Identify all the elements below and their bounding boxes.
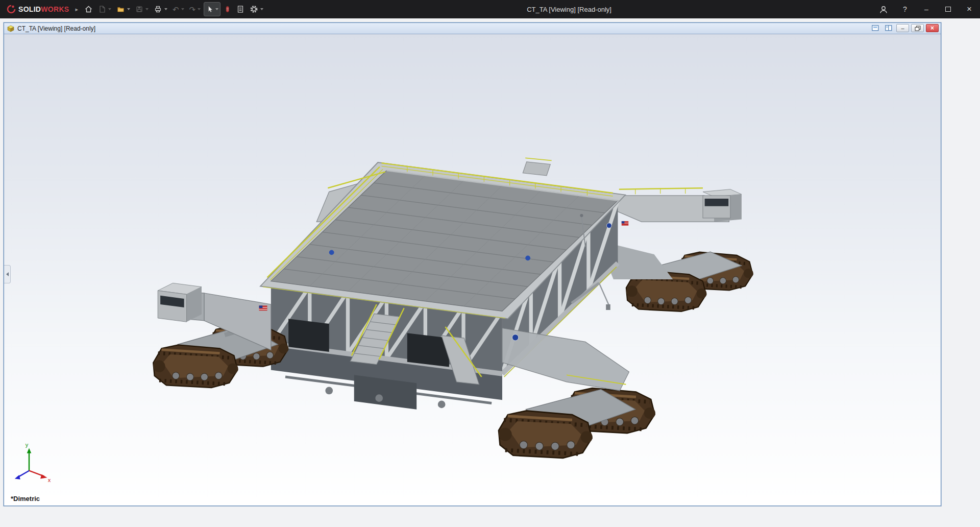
home-button[interactable] xyxy=(82,2,95,16)
mdi-client-area: CT_TA [Viewing] [Read-only] xyxy=(0,18,980,527)
close-button[interactable]: × xyxy=(959,0,980,18)
user-account-icon xyxy=(879,5,888,14)
undo-arrow-icon: ↶ xyxy=(173,6,179,13)
close-icon: × xyxy=(967,4,972,14)
app-titlebar: SOLIDWORKS ▸ xyxy=(0,0,980,18)
3ds-logo-icon xyxy=(6,5,16,14)
collapse-arrow-icon xyxy=(6,272,9,276)
red-tool-button[interactable] xyxy=(222,2,233,16)
brand-text-works: WORKS xyxy=(41,5,69,13)
dropdown-chevron[interactable] xyxy=(215,8,218,10)
menu-expand-arrow[interactable]: ▸ xyxy=(74,6,82,13)
truck-bottom-right xyxy=(499,388,655,458)
dropdown-chevron[interactable] xyxy=(127,8,130,10)
document-close-button[interactable]: × xyxy=(926,24,939,32)
blue-fixture xyxy=(329,250,334,255)
orientation-triad: x y xyxy=(15,442,51,483)
titlebar-right-controls: ? – × xyxy=(873,0,980,18)
brand-text-solid: SOLID xyxy=(18,5,41,13)
document-restore-button[interactable] xyxy=(911,24,924,32)
save-button[interactable] xyxy=(133,2,151,16)
document-minimize-button[interactable]: – xyxy=(896,24,909,32)
cascade-windows-button[interactable] xyxy=(870,24,881,32)
options-button[interactable] xyxy=(248,2,265,16)
dropdown-chevron[interactable] xyxy=(260,8,263,10)
cursor-arrow-icon xyxy=(206,5,213,13)
us-flag-left xyxy=(259,305,267,310)
minimize-icon: – xyxy=(924,5,928,13)
minimize-icon: – xyxy=(901,25,904,31)
printer-icon xyxy=(154,5,162,13)
app-title: CT_TA [Viewing] [Read-only] xyxy=(265,6,873,13)
tile-windows-icon xyxy=(885,25,892,31)
select-button[interactable] xyxy=(204,2,220,16)
document-window: CT_TA [Viewing] [Read-only] xyxy=(4,22,941,506)
panel-collapse-tab[interactable] xyxy=(4,265,11,283)
maximize-button[interactable] xyxy=(937,0,959,18)
dropdown-chevron[interactable] xyxy=(198,8,201,10)
open-button[interactable] xyxy=(114,2,132,16)
redo-arrow-icon: ↷ xyxy=(189,6,196,13)
quick-access-toolbar: ↶ ↷ xyxy=(82,2,265,16)
dropdown-chevron[interactable] xyxy=(164,8,167,10)
graphics-viewport[interactable]: x y *Dimetric xyxy=(4,34,941,506)
tile-windows-button[interactable] xyxy=(883,24,894,32)
help-button[interactable]: ? xyxy=(894,0,916,18)
close-icon: × xyxy=(930,25,934,32)
nasa-logo xyxy=(606,223,611,228)
red-badge-icon xyxy=(224,5,231,13)
document-title: CT_TA [Viewing] [Read-only] xyxy=(17,25,95,32)
right-cab xyxy=(703,189,742,222)
blue-fixture xyxy=(525,255,530,260)
minimize-button[interactable]: – xyxy=(916,0,937,18)
triad-y-label: y xyxy=(26,442,29,448)
floppy-disk-icon xyxy=(135,5,143,13)
document-lines-icon xyxy=(236,5,244,13)
crawler-transporter-model: x y xyxy=(4,34,941,506)
solidworks-app-window: SOLIDWORKS ▸ xyxy=(0,0,980,527)
us-flag-right xyxy=(622,221,628,226)
account-button[interactable] xyxy=(873,0,894,18)
left-cab xyxy=(158,283,202,322)
dropdown-chevron[interactable] xyxy=(108,8,111,10)
new-page-icon xyxy=(98,5,106,13)
open-folder-icon xyxy=(116,5,125,13)
new-document-button[interactable] xyxy=(96,2,113,16)
dropdown-chevron[interactable] xyxy=(145,8,149,10)
solidworks-logo: SOLIDWORKS xyxy=(0,5,74,14)
maximize-icon xyxy=(945,7,951,12)
redo-button[interactable]: ↷ xyxy=(187,2,203,16)
file-properties-button[interactable] xyxy=(234,2,247,16)
print-button[interactable] xyxy=(152,2,169,16)
house-icon xyxy=(84,5,93,13)
cascade-windows-icon xyxy=(872,25,879,31)
dropdown-chevron[interactable] xyxy=(181,8,184,10)
restore-window-icon xyxy=(915,26,921,31)
nasa-logo xyxy=(512,334,519,341)
assembly-document-icon xyxy=(7,25,14,32)
triad-x-label: x xyxy=(48,477,51,483)
document-window-controls: – × xyxy=(870,24,939,32)
document-titlebar[interactable]: CT_TA [Viewing] [Read-only] xyxy=(4,23,941,34)
gear-icon xyxy=(250,5,258,13)
undo-button[interactable]: ↶ xyxy=(170,2,186,16)
view-orientation-label: *Dimetric xyxy=(11,495,40,502)
help-icon: ? xyxy=(903,5,907,13)
